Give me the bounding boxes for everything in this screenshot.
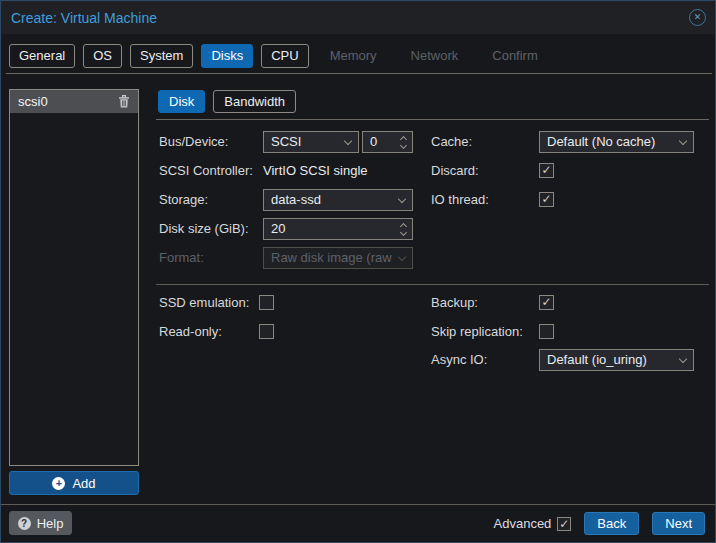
tab-disk[interactable]: Disk (158, 90, 205, 113)
spinner-down-icon[interactable] (400, 229, 407, 236)
add-disk-button-label: Add (72, 476, 95, 491)
back-button[interactable]: Back (584, 512, 639, 535)
async-io-label: Async IO: (431, 349, 487, 371)
storage-label: Storage: (159, 189, 208, 211)
scsi-controller-value: VirtIO SCSI single (263, 160, 368, 182)
disk-size-label: Disk size (GiB): (159, 218, 249, 240)
spinner-down-icon[interactable] (400, 142, 407, 149)
format-value: Raw disk image (raw (271, 250, 392, 265)
create-vm-dialog: Create: Virtual Machine ✕ General OS Sys… (0, 0, 716, 543)
tabs-divider (156, 119, 709, 120)
tab-os[interactable]: OS (83, 44, 122, 68)
footer-divider (1, 504, 716, 505)
chevron-down-icon (679, 355, 687, 363)
discard-checkbox[interactable]: ✓ (539, 163, 554, 178)
tab-system[interactable]: System (130, 44, 193, 68)
advanced-checkbox[interactable]: ✓ (557, 517, 571, 531)
dialog-title: Create: Virtual Machine (11, 10, 157, 26)
tab-confirm: Confirm (479, 44, 551, 68)
footer-actions: Advanced ✓ Back Next (494, 512, 705, 535)
read-only-label: Read-only: (159, 321, 222, 343)
tab-cpu[interactable]: CPU (261, 44, 308, 68)
chevron-down-icon (344, 137, 352, 145)
disk-item-scsi0[interactable]: scsi0 (10, 90, 138, 113)
dialog-titlebar: Create: Virtual Machine ✕ (1, 1, 715, 34)
disk-detail-tab-bar: Disk Bandwidth (158, 90, 296, 113)
chevron-down-icon (398, 195, 406, 203)
next-button[interactable]: Next (652, 512, 705, 535)
disk-list-panel: scsi0 (9, 89, 139, 466)
bus-device-select[interactable]: SCSI (263, 131, 359, 153)
add-disk-button[interactable]: + Add (9, 471, 139, 495)
disk-size-value: 20 (271, 221, 285, 236)
read-only-checkbox[interactable] (259, 324, 274, 339)
trash-icon[interactable] (118, 95, 130, 108)
chevron-down-icon (398, 253, 406, 261)
help-button-label: Help (37, 516, 64, 531)
backup-checkbox[interactable]: ✓ (539, 295, 554, 310)
skip-replication-checkbox[interactable] (539, 324, 554, 339)
ssd-emulation-label: SSD emulation: (159, 292, 249, 314)
tab-memory: Memory (317, 44, 390, 68)
bus-device-number[interactable]: 0 (362, 131, 413, 153)
skip-replication-label: Skip replication: (431, 321, 523, 343)
discard-label: Discard: (431, 160, 479, 182)
async-io-value: Default (io_uring) (547, 352, 647, 367)
advanced-label: Advanced (494, 516, 552, 531)
format-label: Format: (159, 247, 204, 269)
advanced-toggle: Advanced ✓ (494, 516, 572, 531)
tab-network: Network (398, 44, 472, 68)
cache-value: Default (No cache) (547, 134, 655, 149)
bus-device-index: 0 (370, 134, 377, 149)
help-button[interactable]: ? Help (9, 511, 72, 535)
bus-device-value: SCSI (271, 134, 301, 149)
bus-device-label: Bus/Device: (159, 131, 228, 153)
disk-size-input[interactable]: 20 (263, 218, 413, 240)
chevron-down-icon (679, 137, 687, 145)
question-circle-icon: ? (18, 517, 31, 530)
advanced-section-divider (156, 284, 709, 285)
io-thread-checkbox[interactable]: ✓ (539, 192, 554, 207)
io-thread-label: IO thread: (431, 189, 489, 211)
async-io-select[interactable]: Default (io_uring) (539, 349, 694, 371)
backup-label: Backup: (431, 292, 478, 314)
panel-top-divider (6, 73, 712, 74)
storage-select[interactable]: data-ssd (263, 189, 413, 211)
storage-value: data-ssd (271, 192, 321, 207)
format-select: Raw disk image (raw (263, 247, 413, 269)
plus-circle-icon: + (52, 477, 65, 490)
tab-bandwidth[interactable]: Bandwidth (213, 90, 296, 113)
tab-general[interactable]: General (9, 44, 75, 68)
close-icon[interactable]: ✕ (689, 9, 706, 26)
cache-select[interactable]: Default (No cache) (539, 131, 694, 153)
disk-item-label: scsi0 (18, 94, 118, 109)
scsi-controller-label: SCSI Controller: (159, 160, 253, 182)
wizard-tab-bar: General OS System Disks CPU Memory Netwo… (9, 44, 551, 68)
ssd-emulation-checkbox[interactable] (259, 295, 274, 310)
cache-label: Cache: (431, 131, 472, 153)
tab-disks[interactable]: Disks (201, 44, 253, 68)
